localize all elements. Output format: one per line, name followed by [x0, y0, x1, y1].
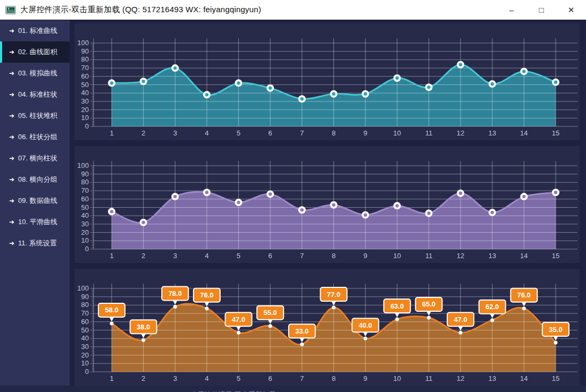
close-button[interactable]: ✕: [556, 0, 586, 20]
svg-text:47.0: 47.0: [232, 316, 245, 323]
svg-text:1: 1: [110, 129, 113, 137]
sidebar-item-06[interactable]: ➜06. 柱状分组: [0, 126, 70, 148]
svg-text:80: 80: [81, 178, 89, 186]
svg-text:60: 60: [81, 318, 89, 326]
arrow-icon: ➜: [9, 176, 14, 183]
svg-text:11: 11: [425, 252, 433, 260]
svg-text:77.0: 77.0: [327, 291, 340, 299]
svg-text:13: 13: [488, 252, 496, 260]
sidebar-item-label: 09. 数据曲线: [18, 196, 57, 206]
chart-panel-1: 0102030405060708090100123456789101112131…: [74, 23, 580, 140]
svg-text:2: 2: [141, 374, 145, 382]
svg-text:3: 3: [173, 374, 177, 382]
sidebar-item-02[interactable]: ➜02. 曲线面积: [0, 41, 70, 63]
svg-text:80: 80: [81, 55, 89, 63]
sidebar-item-07[interactable]: ➜07. 横向柱状: [0, 148, 70, 169]
svg-text:20: 20: [81, 351, 89, 359]
svg-text:40: 40: [81, 334, 89, 342]
svg-text:11: 11: [425, 374, 433, 382]
svg-text:10: 10: [394, 129, 401, 137]
window-controls: – □ ✕: [497, 0, 586, 20]
svg-text:100: 100: [77, 39, 89, 47]
svg-text:40.0: 40.0: [358, 321, 372, 329]
svg-text:55.0: 55.0: [264, 309, 277, 317]
svg-text:0: 0: [85, 368, 89, 376]
svg-text:30: 30: [81, 220, 89, 228]
svg-text:33.0: 33.0: [295, 327, 308, 335]
picture-icon: [5, 6, 16, 14]
svg-text:7: 7: [300, 252, 304, 260]
sidebar-item-08[interactable]: ➜08. 横向分组: [0, 169, 70, 190]
arrow-icon: ➜: [9, 48, 14, 56]
svg-text:6: 6: [269, 252, 272, 260]
svg-text:0: 0: [85, 245, 89, 253]
window-title: 大屏控件演示-双击重新加载 (QQ: 517216493 WX: feiyang…: [20, 5, 261, 15]
teal-area-chart: 0102030405060708090100123456789101112131…: [74, 23, 580, 140]
sidebar-item-09[interactable]: ➜09. 数据曲线: [0, 190, 70, 211]
svg-text:14: 14: [520, 252, 528, 260]
svg-text:40: 40: [81, 211, 89, 219]
svg-text:14: 14: [520, 129, 528, 137]
svg-text:60: 60: [81, 72, 89, 80]
svg-text:14: 14: [520, 374, 528, 382]
svg-text:3: 3: [173, 252, 177, 260]
arrow-icon: ➜: [9, 133, 14, 141]
svg-text:10: 10: [81, 114, 89, 122]
svg-text:100: 100: [77, 161, 89, 169]
svg-text:11: 11: [425, 129, 433, 137]
svg-text:10: 10: [394, 374, 401, 382]
sidebar-item-label: 01. 标准曲线: [18, 26, 57, 36]
sidebar-item-label: 03. 模拟曲线: [18, 69, 57, 78]
svg-text:8: 8: [332, 374, 336, 382]
sidebar-item-11[interactable]: ➜11. 系统设置: [0, 233, 70, 254]
svg-text:70: 70: [81, 309, 89, 317]
svg-text:10: 10: [81, 236, 89, 244]
sidebar-item-01[interactable]: ➜01. 标准曲线: [0, 20, 70, 41]
svg-text:58.0: 58.0: [105, 306, 118, 314]
svg-text:50: 50: [81, 81, 89, 89]
orange-area-chart: 0102030405060708090100123456789101112131…: [74, 269, 580, 386]
svg-text:70: 70: [81, 186, 89, 194]
svg-text:76.0: 76.0: [517, 291, 531, 299]
sidebar-item-label: 05. 柱状堆积: [18, 111, 57, 121]
chart-area: 0102030405060708090100123456789101112131…: [70, 20, 586, 386]
titlebar[interactable]: 大屏控件演示-双击重新加载 (QQ: 517216493 WX: feiyang…: [0, 0, 586, 20]
chart-panel-3: 0102030405060708090100123456789101112131…: [74, 269, 580, 386]
svg-text:30: 30: [81, 97, 89, 105]
svg-text:20: 20: [81, 228, 89, 236]
arrow-icon: ➜: [9, 240, 14, 247]
svg-text:5: 5: [237, 374, 240, 382]
svg-text:62.0: 62.0: [485, 303, 499, 311]
svg-text:3: 3: [173, 129, 177, 137]
arrow-icon: ➜: [9, 27, 14, 35]
sidebar-item-label: 06. 柱状分组: [18, 132, 57, 142]
sidebar-item-04[interactable]: ➜04. 标准柱状: [0, 84, 70, 105]
svg-text:20: 20: [81, 106, 89, 114]
sidebar-item-label: 08. 横向分组: [18, 175, 57, 184]
sidebar-item-10[interactable]: ➜10. 平滑曲线: [0, 211, 70, 233]
svg-text:78.0: 78.0: [169, 289, 182, 297]
svg-text:40: 40: [81, 89, 89, 97]
window-body: ➜01. 标准曲线➜02. 曲线面积➜03. 模拟曲线➜04. 标准柱状➜05.…: [0, 20, 586, 392]
sidebar-item-05[interactable]: ➜05. 柱状堆积: [0, 105, 70, 126]
maximize-button[interactable]: □: [526, 0, 556, 20]
svg-text:9: 9: [364, 252, 367, 260]
svg-text:6: 6: [269, 129, 272, 137]
sidebar-item-label: 10. 平滑曲线: [18, 217, 57, 227]
svg-text:9: 9: [364, 129, 367, 137]
svg-text:38.0: 38.0: [137, 323, 150, 331]
minimize-button[interactable]: –: [497, 0, 526, 20]
svg-text:35.0: 35.0: [549, 326, 562, 334]
sidebar-item-03[interactable]: ➜03. 模拟曲线: [0, 63, 70, 84]
svg-text:8: 8: [332, 129, 336, 137]
arrow-icon: ➜: [9, 70, 14, 77]
svg-text:10: 10: [81, 359, 89, 367]
svg-text:12: 12: [457, 374, 464, 382]
svg-text:15: 15: [552, 374, 559, 382]
svg-text:1: 1: [110, 252, 113, 260]
svg-text:15: 15: [552, 129, 559, 137]
svg-text:12: 12: [457, 129, 464, 137]
arrow-icon: ➜: [9, 197, 14, 204]
svg-text:47.0: 47.0: [454, 316, 467, 323]
arrow-icon: ➜: [9, 218, 14, 226]
